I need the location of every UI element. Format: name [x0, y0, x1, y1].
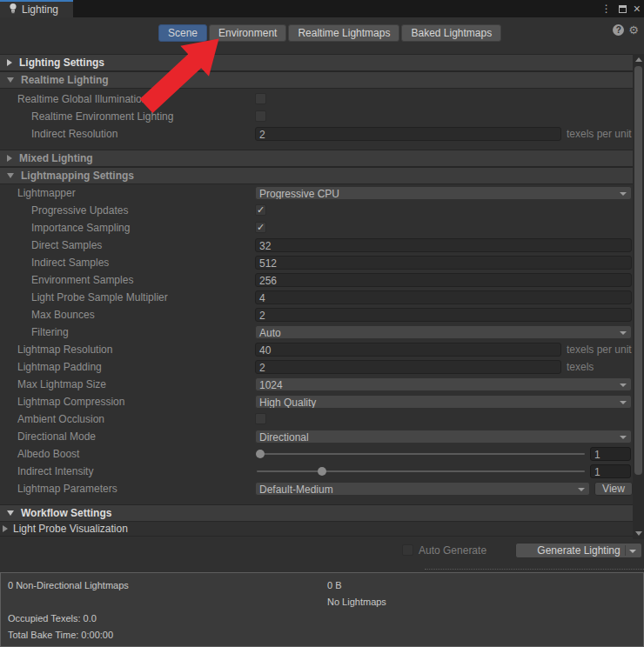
stat-text: Total Bake Time: 0:00:00 — [8, 630, 113, 640]
field-label: Max Bounces — [31, 309, 95, 321]
importance-sampling-checkbox[interactable]: ✓ — [255, 222, 266, 233]
chevron-down-icon — [7, 77, 14, 83]
tab-environment[interactable]: Environment — [209, 24, 286, 42]
row-progressive-updates: Progressive Updates✓ — [0, 202, 644, 219]
field-label: Direct Samples — [31, 239, 102, 251]
close-icon[interactable]: × — [634, 3, 641, 15]
settings-panel: Lighting SettingsRealtime LightingRealti… — [0, 54, 644, 537]
lightmap-compression-dropdown[interactable]: High Quality — [255, 395, 632, 409]
field-label: Directional Mode — [17, 430, 96, 443]
section-label: Lightmapping Settings — [21, 170, 134, 182]
realtime-global-illumination-checkbox[interactable] — [255, 93, 266, 104]
indirect-intensity-value-input[interactable]: 1 — [590, 464, 631, 478]
section-header-mixed-lighting[interactable]: Mixed Lighting — [0, 150, 644, 167]
max-bounces-input[interactable]: 2 — [255, 308, 632, 322]
albedo-boost-value-input[interactable]: 1 — [590, 447, 631, 461]
unit-label: texels per unit — [567, 128, 632, 140]
row-lightmap-resolution: Lightmap Resolution40texels per unit — [0, 341, 644, 358]
indirect-intensity-slider[interactable] — [257, 470, 585, 472]
generate-lighting-button[interactable]: Generate Lighting — [515, 543, 642, 558]
ambient-occlusion-checkbox[interactable] — [255, 413, 266, 424]
lightmapper-dropdown[interactable]: Progressive CPU — [255, 186, 632, 200]
section-header-lightmapping-settings[interactable]: Lightmapping Settings — [0, 167, 644, 184]
field-label: Environment Samples — [31, 274, 133, 286]
maximize-icon[interactable] — [619, 5, 627, 13]
field-label: Ambient Occlusion — [17, 413, 104, 425]
row-importance-sampling: Importance Sampling✓ — [0, 219, 644, 237]
kebab-menu-icon[interactable]: ⋮ — [601, 3, 612, 14]
row-realtime-environment-lighting: Realtime Environment Lighting — [0, 108, 644, 125]
foldout-light-probe-visualization[interactable]: Light Probe Visualization — [0, 522, 644, 536]
row-lightmap-padding: Lightmap Padding2texels — [0, 358, 644, 376]
section-header-workflow-settings[interactable]: Workflow Settings — [0, 504, 644, 522]
tab-scene[interactable]: Scene — [158, 24, 207, 42]
row-filtering: FilteringAuto — [0, 324, 644, 341]
toolbar: SceneEnvironmentRealtime LightmapsBaked … — [0, 17, 644, 54]
progressive-updates-checkbox[interactable]: ✓ — [255, 204, 266, 216]
section-label: Lighting Settings — [19, 57, 104, 69]
tab-realtime-lightmaps[interactable]: Realtime Lightmaps — [288, 24, 399, 42]
gear-icon[interactable]: ⚙ — [628, 24, 639, 36]
row-directional-mode: Directional ModeDirectional — [0, 428, 644, 445]
generate-bar: Auto Generate Generate Lighting — [0, 543, 644, 560]
stat-text: Occupied Texels: 0.0 — [8, 613, 97, 624]
section-header-realtime-lighting[interactable]: Realtime Lighting — [0, 71, 644, 89]
generate-dropdown-icon[interactable] — [629, 550, 636, 553]
auto-generate-checkbox[interactable] — [402, 544, 413, 556]
section-label: Workflow Settings — [21, 507, 111, 519]
row-max-bounces: Max Bounces2 — [0, 306, 644, 324]
field-label: Lightmap Parameters — [17, 483, 117, 495]
lightmap-resolution-input[interactable]: 40 — [255, 343, 561, 357]
light-probe-sample-multiplier-input[interactable]: 4 — [255, 290, 632, 304]
field-label: Indirect Samples — [31, 257, 109, 269]
lightbulb-icon — [9, 3, 17, 17]
row-lightmap-parameters: Lightmap ParametersDefault-MediumView — [0, 480, 644, 497]
help-icon[interactable]: ? — [613, 24, 624, 36]
indirect-resolution-input[interactable]: 2 — [255, 127, 561, 141]
dropdown-arrow-icon — [620, 401, 627, 404]
albedo-boost-slider[interactable] — [257, 453, 585, 455]
field-label: Importance Sampling — [31, 222, 130, 234]
field-label: Lightmapper — [17, 187, 76, 199]
field-label: Max Lightmap Size — [17, 378, 106, 390]
view-button[interactable]: View — [594, 482, 633, 496]
directional-mode-dropdown[interactable]: Directional — [255, 430, 632, 444]
field-label: Light Probe Sample Multiplier — [31, 291, 168, 303]
field-label: Lightmap Padding — [17, 361, 102, 373]
dropdown-arrow-icon — [620, 436, 627, 439]
row-max-lightmap-size: Max Lightmap Size1024 — [0, 376, 644, 393]
lightmap-padding-input[interactable]: 2 — [255, 360, 561, 374]
row-albedo-boost: Albedo Boost1 — [0, 445, 644, 463]
chevron-right-icon — [3, 525, 8, 532]
dropdown-arrow-icon — [578, 488, 585, 491]
stat-text: No Lightmaps — [327, 597, 386, 607]
row-indirect-resolution: Indirect Resolution2texels per unit — [0, 125, 644, 143]
scrollbar-thumb[interactable] — [634, 66, 642, 475]
environment-samples-input[interactable]: 256 — [255, 273, 632, 287]
dropdown-arrow-icon — [620, 192, 627, 196]
max-lightmap-size-dropdown[interactable]: 1024 — [255, 377, 632, 391]
row-ambient-occlusion: Ambient Occlusion — [0, 410, 644, 428]
scroll-down-icon[interactable] — [635, 531, 642, 536]
window-tab-lighting[interactable]: Lighting — [0, 0, 73, 17]
tab-baked-lightmaps[interactable]: Baked Lightmaps — [401, 24, 501, 42]
field-label: Filtering — [31, 326, 69, 338]
vertical-scrollbar[interactable] — [633, 54, 644, 539]
indirect-samples-input[interactable]: 512 — [255, 256, 632, 270]
scroll-up-icon[interactable] — [635, 57, 642, 62]
slider-handle[interactable] — [256, 450, 265, 458]
auto-generate-label: Auto Generate — [419, 544, 486, 557]
filtering-dropdown[interactable]: Auto — [255, 325, 632, 339]
row-light-probe-sample-multiplier: Light Probe Sample Multiplier4 — [0, 289, 644, 306]
slider-handle[interactable] — [318, 467, 326, 476]
direct-samples-input[interactable]: 32 — [255, 238, 632, 252]
field-label: Realtime Environment Lighting — [31, 110, 173, 123]
dropdown-arrow-icon — [620, 331, 627, 335]
field-label: Progressive Updates — [31, 204, 128, 217]
lightmap-parameters-dropdown[interactable]: Default-Medium — [255, 482, 590, 496]
view-tab-group: SceneEnvironmentRealtime LightmapsBaked … — [158, 24, 501, 42]
realtime-environment-lighting-checkbox[interactable] — [255, 110, 266, 122]
resize-handle[interactable] — [425, 569, 644, 570]
row-realtime-global-illumination: Realtime Global Illumination — [0, 90, 644, 108]
section-header-lighting-settings[interactable]: Lighting Settings — [0, 54, 644, 71]
